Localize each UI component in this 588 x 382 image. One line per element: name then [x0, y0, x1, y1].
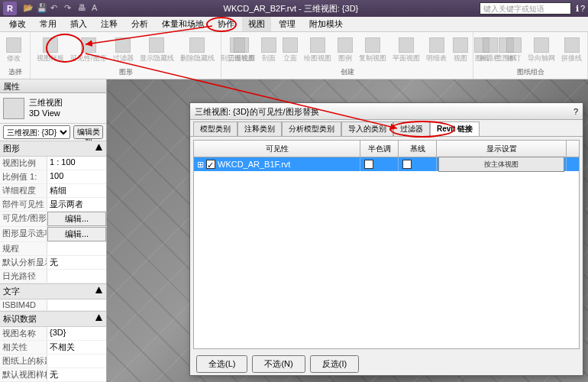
props-section-header[interactable]: 文字⯅: [0, 283, 106, 299]
property-value[interactable]: 无: [47, 368, 106, 381]
revision-button[interactable]: 修订: [505, 36, 523, 65]
property-value[interactable]: 编辑...: [47, 227, 106, 241]
property-key: 详细程度: [0, 184, 47, 197]
show-hidden-button[interactable]: 显示隐藏线: [138, 36, 176, 65]
property-row: 视图比例1 : 100: [0, 157, 106, 170]
visibility-checkbox[interactable]: [206, 160, 215, 169]
property-key: 视图比例: [0, 157, 47, 170]
invert-selection-button[interactable]: 反选(I): [310, 355, 359, 373]
legend-button[interactable]: 图例: [336, 36, 354, 65]
properties-title: 属性: [0, 79, 106, 93]
tab-annotation-categories[interactable]: 注释类别: [237, 121, 282, 136]
matchline-button[interactable]: 拼接线: [560, 36, 583, 65]
help-icon[interactable]: ?: [580, 4, 585, 14]
remove-hidden-button[interactable]: 删除隐藏线: [179, 36, 216, 65]
modify-button[interactable]: 修改: [5, 36, 23, 65]
property-value[interactable]: 无: [47, 256, 106, 269]
props-section-header[interactable]: 标识数据⯅: [0, 311, 106, 327]
filters-button[interactable]: 过滤器: [111, 36, 135, 65]
tab-addins[interactable]: 附加模块: [303, 17, 349, 31]
property-row: 部件可见性显示两者: [0, 198, 106, 212]
col-visibility: 可见性: [194, 141, 360, 157]
plan-view-button[interactable]: 平面视图: [391, 36, 422, 65]
tab-analyze[interactable]: 分析: [125, 17, 154, 31]
property-value[interactable]: 100: [47, 170, 106, 183]
select-all-button[interactable]: 全选(L): [196, 355, 247, 373]
property-value[interactable]: {3D}: [47, 327, 106, 340]
property-key: 默认分析显示: [0, 256, 47, 269]
tab-modify[interactable]: 修改: [3, 17, 32, 31]
tab-home[interactable]: 常用: [34, 17, 63, 31]
quick-access-toolbar: 📂 💾 ↶ ↷ 🖶 A: [23, 3, 102, 14]
tab-collaborate[interactable]: 协作: [212, 17, 241, 31]
halftone-checkbox[interactable]: [364, 160, 373, 169]
property-row: 可见性/图形编辑...: [0, 212, 106, 227]
property-value[interactable]: [47, 299, 106, 310]
view-template-button[interactable]: 视图样板: [35, 36, 66, 65]
col-display: 显示设置: [437, 141, 567, 157]
link-row[interactable]: ⊞WKCD_AR_B1F.rvt 按主体视图: [194, 157, 579, 171]
property-value[interactable]: 编辑...: [47, 212, 106, 226]
qat-undo-icon[interactable]: ↶: [50, 3, 61, 14]
app-menu-icon[interactable]: R: [3, 2, 17, 15]
property-row: 详细程度精细: [0, 184, 106, 198]
props-section-header[interactable]: 图形⯅: [0, 141, 106, 157]
property-row: 图纸上的标题: [0, 354, 106, 368]
qat-print-icon[interactable]: 🖶: [78, 3, 89, 14]
titleblock-button[interactable]: 标题栏: [478, 36, 502, 65]
qat-redo-icon[interactable]: ↷: [64, 3, 75, 14]
ribbon-group-sheet: 标题栏 修订 导向轴网 拼接线 图纸组合: [473, 32, 588, 79]
qat-open-icon[interactable]: 📂: [23, 3, 34, 14]
tab-model-categories[interactable]: 模型类别: [193, 121, 237, 136]
visibility-graphics-dialog: 三维视图: {3D}的可见性/图形替换 ? 模型类别 注释类别 分析模型类别 导…: [189, 102, 583, 376]
select-none-button[interactable]: 不选(N): [252, 355, 305, 373]
display-setting-button[interactable]: 按主体视图: [438, 157, 564, 172]
property-value[interactable]: 显示两者: [47, 198, 106, 211]
tab-manage[interactable]: 管理: [273, 17, 302, 31]
property-key: 图纸上的标题: [0, 354, 47, 367]
dialog-title: 三维视图: {3D}的可见性/图形替换: [195, 103, 319, 119]
property-value[interactable]: 1 : 100: [47, 157, 106, 170]
qat-save-icon[interactable]: 💾: [37, 3, 47, 14]
property-key: 日光路径: [0, 270, 47, 283]
tab-revit-links[interactable]: Revit 链接: [430, 121, 480, 136]
3d-view-button[interactable]: 三维视图: [226, 36, 257, 65]
property-row: 规程: [0, 242, 106, 256]
property-value[interactable]: [47, 270, 106, 283]
help-search-input[interactable]: 键入关键字或短语: [480, 2, 571, 15]
underlay-checkbox[interactable]: [402, 160, 412, 169]
visibility-graphics-button[interactable]: 可见性/图形: [69, 36, 108, 65]
property-key: 比例值 1:: [0, 170, 47, 183]
elevation-button[interactable]: 立面: [281, 36, 299, 65]
dialog-close-icon[interactable]: ?: [573, 103, 578, 119]
drafting-view-button[interactable]: 绘图视图: [302, 36, 333, 65]
duplicate-view-button[interactable]: 复制视图: [357, 36, 388, 65]
type-selector[interactable]: 三维视图: {3D}: [3, 125, 70, 139]
qat-text-icon[interactable]: A: [92, 3, 102, 14]
guide-grid-button[interactable]: 导向轴网: [526, 36, 557, 65]
property-key: ISBIM4D: [0, 299, 47, 310]
property-key: 图形显示选项: [0, 227, 47, 241]
tab-view[interactable]: 视图: [242, 17, 271, 31]
property-value[interactable]: 不相关: [47, 341, 106, 354]
tab-insert[interactable]: 插入: [64, 17, 93, 31]
section-button[interactable]: 剖面: [260, 36, 278, 65]
property-row: 视图名称{3D}: [0, 327, 106, 341]
tab-filters[interactable]: 过滤器: [393, 121, 430, 136]
tab-annotate[interactable]: 注释: [95, 17, 124, 31]
edit-type-button[interactable]: 编辑类型: [73, 125, 103, 139]
property-value[interactable]: [47, 354, 106, 367]
col-underlay: 基线: [399, 141, 437, 157]
property-row: 默认分析显示无: [0, 256, 106, 270]
view-button[interactable]: 视图: [451, 36, 470, 65]
tab-analytical-categories[interactable]: 分析模型类别: [282, 121, 341, 136]
property-value[interactable]: 精细: [47, 184, 106, 197]
property-value[interactable]: [47, 242, 106, 255]
tab-imported-categories[interactable]: 导入的类别: [341, 121, 393, 136]
ribbon-tabs: 修改 常用 插入 注释 分析 体量和场地 协作 视图 管理 附加模块: [0, 17, 588, 32]
group-label-create: 创建: [226, 67, 468, 77]
info-icon[interactable]: ℹ: [576, 4, 579, 14]
schedule-button[interactable]: 明细表: [425, 36, 448, 65]
tab-massing[interactable]: 体量和场地: [156, 17, 210, 31]
properties-panel: 属性 三维视图 3D View 三维视图: {3D} 编辑类型 图形⯅视图比例1…: [0, 79, 107, 382]
